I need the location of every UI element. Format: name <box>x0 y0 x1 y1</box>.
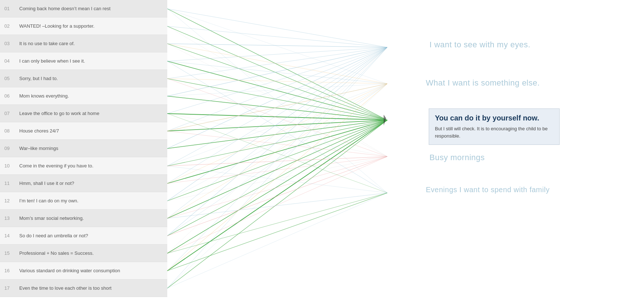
item-text: Hmm, shall I use it or not? <box>16 181 74 186</box>
right-label-1: I want to see with my eyes. <box>429 40 531 49</box>
item-number: 02 <box>0 23 16 29</box>
item-number: 10 <box>0 163 16 169</box>
item-text: Mom knows everything. <box>16 93 69 99</box>
svg-line-63 <box>167 44 387 157</box>
list-item: 13Mom’s smar social networking. <box>0 210 167 227</box>
svg-line-55 <box>167 61 387 193</box>
svg-line-44 <box>167 157 387 183</box>
svg-line-35 <box>167 84 387 96</box>
svg-line-30 <box>167 47 387 236</box>
item-text: House chores 24/7 <box>16 128 59 134</box>
svg-line-4 <box>167 79 387 120</box>
item-number: 15 <box>0 250 16 256</box>
svg-line-39 <box>167 84 387 236</box>
svg-line-12 <box>167 120 387 218</box>
svg-line-59 <box>167 193 387 253</box>
svg-line-23 <box>167 47 387 114</box>
tooltip-box: You can do it by yourself now. But I sti… <box>429 108 560 145</box>
svg-line-32 <box>167 47 387 288</box>
svg-line-31 <box>167 47 387 271</box>
item-number: 09 <box>0 146 16 151</box>
svg-line-61 <box>167 193 387 288</box>
item-number: 05 <box>0 76 16 81</box>
list-item: 03It is no use to take care of. <box>0 35 167 52</box>
svg-line-22 <box>167 47 387 96</box>
list-item: 15Professional + No sales = Success. <box>0 245 167 262</box>
svg-line-9 <box>167 120 387 166</box>
item-text: Come in the evening if you have to. <box>16 163 93 169</box>
svg-line-62 <box>167 26 387 157</box>
svg-line-28 <box>167 47 387 201</box>
svg-line-7 <box>167 120 387 131</box>
svg-line-6 <box>167 114 387 120</box>
item-number: 13 <box>0 215 16 221</box>
svg-line-16 <box>167 120 387 288</box>
right-label-2: What I want is something else. <box>426 78 540 88</box>
svg-line-2 <box>167 44 387 120</box>
svg-line-56 <box>167 114 387 193</box>
svg-line-21 <box>167 47 387 79</box>
svg-line-40 <box>167 84 387 288</box>
item-text: Professional + No sales = Success. <box>16 250 94 256</box>
svg-line-10 <box>167 120 387 183</box>
item-number: 17 <box>0 285 16 291</box>
list-item: 09War–like mornings <box>0 140 167 157</box>
right-label-4: Busy mornings <box>429 153 485 162</box>
svg-line-50 <box>167 84 387 131</box>
list-item: 01Coming back home doesn’t mean I can re… <box>0 0 167 17</box>
item-number: 16 <box>0 268 16 273</box>
svg-line-52 <box>167 84 387 218</box>
svg-line-20 <box>167 47 387 61</box>
item-text: Coming back home doesn’t mean I can rest <box>16 6 111 11</box>
item-number: 12 <box>0 198 16 203</box>
svg-line-57 <box>167 166 387 193</box>
list-item: 02WANTED! –Looking for a supporter. <box>0 17 167 35</box>
svg-line-1 <box>167 26 387 120</box>
right-label-5: Evenings I want to spend with family <box>426 186 549 194</box>
svg-line-13 <box>167 120 387 236</box>
item-number: 07 <box>0 111 16 116</box>
svg-line-25 <box>167 47 387 148</box>
item-text: Mom’s smar social networking. <box>16 215 84 221</box>
list-item: 12I’m ten! I can do on my own. <box>0 192 167 210</box>
svg-marker-67 <box>384 115 386 126</box>
item-text: Even the time to love each other is too … <box>16 285 112 291</box>
tooltip-title: You can do it by yourself now. <box>435 114 553 122</box>
svg-line-58 <box>167 193 387 218</box>
svg-line-49 <box>167 79 387 84</box>
list-item: 08House chores 24/7 <box>0 122 167 140</box>
svg-line-41 <box>167 79 387 157</box>
svg-line-15 <box>167 120 387 271</box>
right-labels-panel: I want to see with my eyes. What I want … <box>389 0 644 301</box>
svg-line-26 <box>167 47 387 166</box>
svg-line-54 <box>167 9 387 193</box>
item-number: 01 <box>0 6 16 11</box>
svg-line-38 <box>167 84 387 201</box>
svg-line-14 <box>167 120 387 253</box>
svg-line-51 <box>167 84 387 183</box>
list-item: 07Leave the office to go to work at home <box>0 105 167 122</box>
svg-line-48 <box>167 44 387 84</box>
left-panel: 01Coming back home doesn’t mean I can re… <box>0 0 167 301</box>
svg-line-0 <box>167 9 387 120</box>
item-number: 14 <box>0 233 16 238</box>
svg-line-29 <box>167 47 387 218</box>
item-text: War–like mornings <box>16 146 58 151</box>
svg-line-47 <box>167 157 387 253</box>
item-text: I can only believe when I see it. <box>16 58 85 64</box>
svg-line-19 <box>167 44 387 47</box>
svg-line-24 <box>167 47 387 131</box>
svg-line-65 <box>167 157 387 201</box>
list-item: 11Hmm, shall I use it or not? <box>0 175 167 192</box>
item-text: WANTED! –Looking for a supporter. <box>16 23 95 29</box>
svg-line-33 <box>167 9 387 84</box>
svg-line-18 <box>167 26 387 47</box>
list-item: 04I can only believe when I see it. <box>0 52 167 70</box>
svg-line-27 <box>167 47 387 183</box>
item-text: Sorry, but I had to. <box>16 76 58 81</box>
item-number: 04 <box>0 58 16 64</box>
svg-line-17 <box>167 9 387 47</box>
list-item: 16Various standard on drinking water con… <box>0 262 167 280</box>
item-text: Various standard on drinking water consu… <box>16 268 120 273</box>
svg-line-53 <box>167 84 387 271</box>
